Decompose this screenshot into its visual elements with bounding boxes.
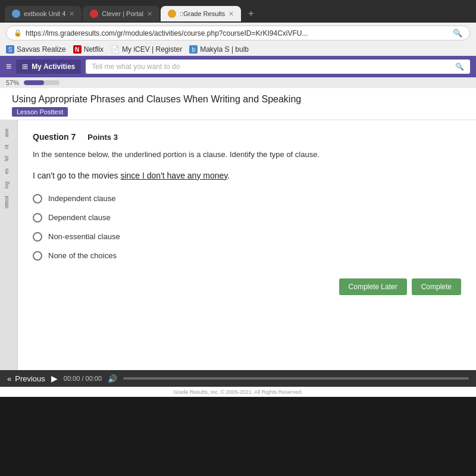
complete-later-button[interactable]: Complete Later [339,278,407,295]
option-dependent[interactable]: Dependent clause [33,213,461,223]
tab-close-grade-results[interactable]: ✕ [228,10,234,18]
footer: Grade Results, Inc. © 2005-2021. All Rig… [0,387,476,397]
tab-textbook[interactable]: extbook Unit 4 ✕ [5,6,82,21]
tab-icon-textbook [12,10,20,18]
tab-label-grade-results: ::Grade Results [180,10,225,17]
tab-label-clever: Clever | Portal [102,10,143,17]
new-tab-button[interactable]: + [242,5,259,23]
option-label-nonessential: Non-essential clause [48,232,120,241]
option-label-independent: Independent clause [48,194,115,203]
question-instruction: In the sentence below, the underlined po… [33,149,461,161]
tab-icon-grade-results [168,10,176,18]
my-activities-label: My Activities [32,62,75,71]
sidebar-item-es[interactable]: es [2,166,15,177]
volume-icon[interactable]: 🔊 [108,374,117,383]
play-button[interactable]: ▶ [51,374,58,383]
main-content: Question 7 Points 3 In the sentence belo… [18,120,476,370]
tab-label-textbook: extbook Unit 4 [24,10,65,17]
sentence-underlined: since I don't have any money [120,171,227,180]
bookmark-label-icev: My iCEV | Register [122,45,182,54]
audio-progress-track[interactable] [123,377,469,380]
app-header: ≡ ⊞ My Activities Tell me what you want … [0,56,476,77]
search-icon: 🔍 [455,62,464,71]
tab-icon-clever [90,10,98,18]
option-label-dependent: Dependent clause [48,213,111,222]
sentence-after: . [227,171,230,180]
sentence-before: I can't go to the movies [33,171,120,180]
complete-button[interactable]: Complete [412,278,461,295]
tab-bar: extbook Unit 4 ✕ Clever | Portal ✕ ::Gra… [0,0,476,23]
previous-label: Previous [15,374,45,383]
progress-row: 57% [0,77,476,88]
bookmark-makyla[interactable]: b Makyla S | bulb [189,45,249,54]
sidebar-item-ing[interactable]: ing [2,179,15,191]
page-title: Using Appropriate Phrases and Clauses Wh… [12,94,464,105]
question-sentence: I can't go to the movies since I don't h… [33,169,461,182]
tab-close-clever[interactable]: ✕ [147,10,152,18]
bookmark-savvas[interactable]: S Savvas Realize [6,45,66,54]
prev-chevron-icon: « [7,374,11,383]
radio-nonessential[interactable] [33,232,42,242]
bookmark-netflix[interactable]: N Netflix [73,45,104,54]
sidebar-item-ase[interactable]: ase [2,126,15,140]
tab-clever[interactable]: Clever | Portal ✕ [83,6,159,21]
progress-bar-outer [24,80,60,85]
bookmark-label-makyla: Makyla S | bulb [200,45,249,54]
lock-icon: 🔒 [14,29,22,37]
sidebar: ase nt lel es ing sttest [0,120,18,370]
search-icon-addr: 🔍 [453,29,462,37]
bookmark-icon-netflix: N [73,45,82,54]
sidebar-item-nt[interactable]: nt [2,142,15,152]
search-bar[interactable]: Tell me what you want to do 🔍 [86,60,470,74]
radio-none[interactable] [33,251,42,261]
url-text: https://lms.graderesults.com/gr/modules/… [26,29,308,37]
radio-independent[interactable] [33,194,42,203]
option-none[interactable]: None of the choices [33,251,461,261]
lesson-tag: Lesson Posttest [12,107,68,117]
page-title-section: Using Appropriate Phrases and Clauses Wh… [0,88,476,120]
time-display: 00:00 / 00:00 [64,375,102,382]
bookmark-label-netflix: Netflix [84,45,104,54]
question-header: Question 7 Points 3 [33,132,461,142]
bottom-nav: « Previous ▶ 00:00 / 00:00 🔊 [0,370,476,387]
sidebar-items: ase nt lel es ing sttest [0,120,17,217]
bookmark-icon-icev: 📄 [111,45,120,54]
sidebar-item-sttest[interactable]: sttest [2,193,15,211]
previous-button[interactable]: « Previous [7,374,45,383]
address-bar-row: 🔒 https://lms.graderesults.com/gr/module… [0,23,476,43]
app-container: ≡ ⊞ My Activities Tell me what you want … [0,56,476,397]
radio-dependent[interactable] [33,213,42,223]
hamburger-icon[interactable]: ≡ [6,61,11,72]
bookmark-icon-makyla: b [189,45,198,54]
grid-icon: ⊞ [22,62,28,71]
progress-bar-inner [24,80,44,85]
option-independent[interactable]: Independent clause [33,194,461,203]
tab-close-textbook[interactable]: ✕ [69,10,74,18]
sidebar-item-lel[interactable]: lel [2,154,15,164]
option-nonessential[interactable]: Non-essential clause [33,232,461,242]
tab-grade-results[interactable]: ::Grade Results ✕ [161,6,241,21]
bookmark-icon-savvas: S [6,45,14,54]
bookmark-icev[interactable]: 📄 My iCEV | Register [111,45,182,54]
option-label-none: None of the choices [48,251,117,260]
search-placeholder-text: Tell me what you want to do [92,62,180,71]
browser-chrome: extbook Unit 4 ✕ Clever | Portal ✕ ::Gra… [0,0,476,56]
answer-options: Independent clause Dependent clause Non-… [33,194,461,261]
my-activities-button[interactable]: ⊞ My Activities [16,60,81,74]
address-bar[interactable]: 🔒 https://lms.graderesults.com/gr/module… [6,26,470,40]
button-row: Complete Later Complete [33,278,461,295]
bookmark-label-savvas: Savvas Realize [17,45,66,54]
points-label: Points 3 [87,133,118,142]
progress-percent: 57% [6,79,19,86]
bookmarks-bar: S Savvas Realize N Netflix 📄 My iCEV | R… [0,43,476,56]
question-number: Question 7 [33,132,76,142]
content-layout: ase nt lel es ing sttest Question 7 Poin… [0,120,476,370]
